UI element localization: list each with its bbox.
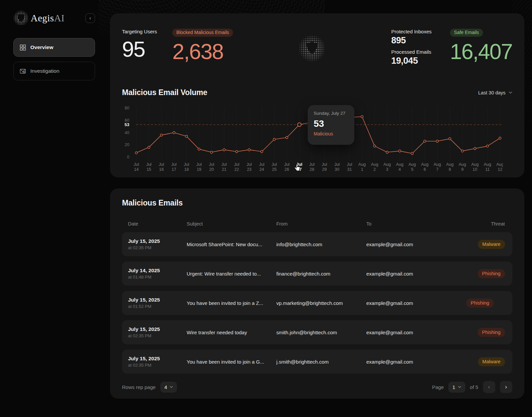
cell-date: July 14, 2025at 01:48 PM [128,268,187,280]
row-date: July 15, 2025 [128,297,187,303]
brand-wordmark: AegisAI [31,13,65,24]
svg-text:24: 24 [259,167,264,172]
svg-text:Aug: Aug [371,162,378,167]
svg-text:Jul: Jul [209,162,214,167]
page-total: of 5 [470,384,478,390]
row-date: July 14, 2025 [128,268,187,274]
table-row[interactable]: July 15, 2025at 01:52 PMYou have been in… [122,291,512,315]
cell-from: smith.john@brighttech.com [276,330,366,335]
svg-text:17: 17 [172,167,176,172]
stat-value: 2,638 [172,41,233,62]
cell-date: July 15, 2025at 02:35 PM [128,326,187,338]
hand-cursor-icon [294,164,300,171]
next-page-button[interactable]: › [500,381,512,393]
column-header-from: From [276,221,366,227]
cell-threat: Malware [466,357,505,366]
rows-per-page-label: Rows rep page [122,384,156,390]
svg-text:31: 31 [347,167,352,172]
sidebar-item-label: Investigation [30,68,59,74]
range-label: Last 30 days [478,90,505,95]
brand-shield-icon [13,10,29,26]
page-label: Page [432,384,444,390]
stat-value: 16,407 [450,41,512,62]
svg-text:Jul: Jul [159,162,164,167]
row-time: at 02:35 PM [128,245,187,250]
svg-text:Jul: Jul [247,162,252,167]
date-range-dropdown[interactable]: Last 30 days [478,90,512,95]
svg-text:Aug: Aug [484,162,491,167]
grid-icon [20,44,26,51]
svg-text:Jul: Jul [272,162,277,167]
svg-text:1: 1 [361,167,363,172]
svg-text:2: 2 [373,167,376,172]
svg-text:Aug: Aug [459,162,466,167]
cell-subject: Wire transfer needed today [187,330,276,335]
main-content: Targeting Users 95 Blocked Malicious Ema… [100,0,532,417]
svg-text:40: 40 [125,130,129,135]
stat-targeting-users: Targeting Users 95 [122,29,157,60]
stat-value: 895 [391,35,442,46]
shield-emblem-icon [299,34,325,63]
table-body: July 15, 2025at 02:35 PMMicrosoft ShareP… [122,232,512,374]
svg-text:Aug: Aug [396,162,403,167]
svg-text:3: 3 [386,167,388,172]
svg-text:15: 15 [147,167,151,172]
page-select[interactable]: 1 [448,382,465,393]
svg-text:Jul: Jul [146,162,152,167]
svg-text:11: 11 [485,167,490,172]
svg-text:Aug: Aug [446,162,453,167]
svg-text:Jul: Jul [196,162,202,167]
cell-from: vp.marketing@brighttech.com [276,300,366,306]
column-header-date: Date [128,221,187,227]
table-row[interactable]: July 15, 2025at 02:35 PMWire transfer ne… [122,320,512,344]
svg-text:Aug: Aug [471,162,479,167]
rows-per-page-select[interactable]: 4 [160,382,177,393]
stat-label: Targeting Users [122,29,157,34]
brand-secondary: AI [54,13,65,23]
chart-area: 02040608053Jul14Jul15Jul16Jul17Jul18Jul1… [122,102,512,173]
table-row[interactable]: July 15, 2025at 02:35 PMMicrosoft ShareP… [122,232,512,256]
previous-page-button[interactable]: ‹ [483,381,495,393]
row-time: at 01:52 PM [128,304,187,309]
cell-subject: You have been invited to join a G... [187,359,276,365]
chevron-right-icon: › [505,384,507,390]
cell-subject: Urgent: Wire transfer needed to... [187,271,276,277]
chart-header: Malicious Email Volume Last 30 days [122,88,512,97]
svg-text:Jul: Jul [309,162,315,167]
row-date: July 15, 2025 [128,326,187,332]
sidebar-collapse-button[interactable]: ‹ [85,13,95,23]
table-header: Date Subject From To Threat [122,218,512,230]
sidebar-item-investigation[interactable]: Investigation [13,62,95,80]
tooltip-value: 53 [314,118,348,129]
chevron-left-icon: ‹ [89,15,91,21]
sidebar-item-overview[interactable]: Overview [13,38,95,57]
cell-threat: Phishing [466,269,505,278]
svg-text:Aug: Aug [358,162,366,167]
svg-text:Jul: Jul [221,162,227,167]
mail-search-icon [20,68,26,74]
app-root: AegisAI ‹ Overview [0,0,532,417]
svg-text:Jul: Jul [134,162,139,167]
svg-text:Jul: Jul [322,162,327,167]
svg-text:12: 12 [498,167,502,172]
svg-text:Aug: Aug [496,162,503,167]
table-row[interactable]: July 14, 2025at 01:48 PMUrgent: Wire tra… [122,262,512,286]
svg-text:21: 21 [222,167,226,172]
svg-text:5: 5 [411,167,413,172]
stat-value: 95 [122,38,157,60]
cell-date: July 15, 2025at 01:52 PM [128,297,187,309]
column-header-subject: Subject [187,221,276,227]
svg-text:Jul: Jul [284,162,289,167]
stat-inboxes-processed: Protected Inboxes 895 Processed Emails 1… [391,29,442,69]
svg-text:29: 29 [322,167,327,172]
blocked-badge: Blocked Malicious Emails [172,29,233,37]
threat-badge: Malware [478,240,505,249]
chevron-down-icon [458,386,461,388]
svg-text:26: 26 [284,167,289,172]
stat-label: Protected Inboxes [391,29,442,34]
cell-to: example@gmail.com [366,242,466,247]
table-row[interactable]: July 15, 2025at 02:35 PMYou have been in… [122,350,512,374]
sidebar: AegisAI ‹ Overview [0,0,100,417]
svg-text:25: 25 [272,167,277,172]
chevron-left-icon: ‹ [488,384,490,390]
